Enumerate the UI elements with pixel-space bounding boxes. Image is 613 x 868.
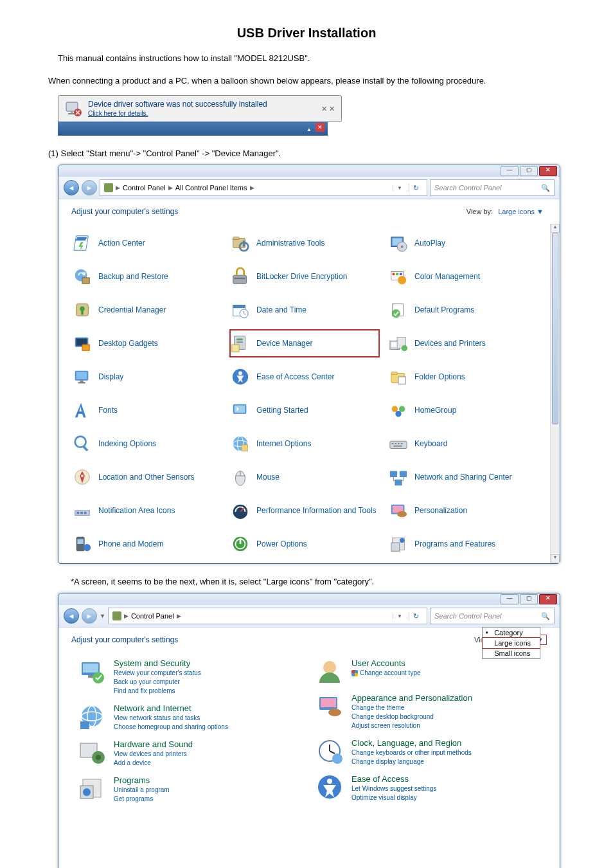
close-button[interactable]: ✕ xyxy=(539,166,557,176)
scrollbar[interactable]: ▲ ▼ xyxy=(550,224,560,563)
forward-button[interactable]: ► xyxy=(82,180,97,195)
cp-item-date-and-time[interactable]: Date and Time xyxy=(229,296,380,324)
cp-item-fonts[interactable]: Fonts xyxy=(71,396,222,424)
cp-item-getting-started[interactable]: Getting Started xyxy=(229,396,380,424)
cp-icon xyxy=(73,534,92,554)
breadcrumb-1[interactable]: Control Panel xyxy=(131,612,174,620)
cp-item-credential-manager[interactable]: Credential Manager xyxy=(71,296,222,324)
balloon-subtitle[interactable]: Click here for details. xyxy=(88,110,148,117)
category-link[interactable]: Adjust screen resolution xyxy=(351,721,472,730)
category-link[interactable]: Change the theme xyxy=(351,703,472,712)
category-link[interactable]: View network status and tasks xyxy=(114,714,228,723)
cp-item-devices-and-printers[interactable]: Devices and Printers xyxy=(387,329,538,357)
forward-button[interactable]: ► xyxy=(82,608,97,624)
search-input[interactable]: Search Control Panel 🔍 xyxy=(430,179,555,196)
cp-item-label: Folder Options xyxy=(414,372,465,381)
category-link[interactable]: Let Windows suggest settings xyxy=(351,784,436,793)
category-link[interactable]: Choose homegroup and sharing options xyxy=(114,723,228,732)
cp-icon xyxy=(231,434,250,453)
menu-large-icons[interactable]: Large icons xyxy=(483,638,540,648)
category-title[interactable]: Hardware and Sound xyxy=(114,739,193,749)
view-by-dropdown[interactable]: Large icons ▼ xyxy=(495,206,547,217)
cp-item-administrative-tools[interactable]: Administrative Tools xyxy=(229,229,380,257)
breadcrumb[interactable]: ▶ Control Panel ▶ ▼ ↻ xyxy=(108,608,427,624)
category-title[interactable]: Ease of Access xyxy=(351,774,409,784)
category-title[interactable]: Programs xyxy=(114,775,150,785)
cp-item-network-and-sharing-center[interactable]: Network and Sharing Center xyxy=(387,463,538,491)
taskbar-error-icon[interactable]: ✕ xyxy=(315,123,324,132)
breadcrumb-dropdown-icon[interactable]: ▼ xyxy=(393,185,406,191)
scroll-down-icon[interactable]: ▼ xyxy=(551,554,560,563)
cp-item-backup-and-restore[interactable]: Backup and Restore xyxy=(71,262,222,291)
taskbar-tray-icon[interactable]: ▲ xyxy=(306,127,312,132)
minimize-button[interactable]: — xyxy=(501,166,519,176)
cp-icon xyxy=(389,534,408,554)
close-button[interactable]: ✕ xyxy=(539,594,557,604)
category-user-accounts: User AccountsChange account type xyxy=(315,657,540,685)
category-link[interactable]: View devices and printers xyxy=(114,750,193,759)
back-button[interactable]: ◄ xyxy=(64,608,79,624)
cp-item-notification-area-icons[interactable]: Notification Area Icons xyxy=(71,496,222,525)
category-link[interactable]: Review your computer's status xyxy=(114,669,201,678)
view-by-menu[interactable]: Category Large icons Small icons xyxy=(482,627,540,659)
cp-item-default-programs[interactable]: Default Programs xyxy=(387,296,538,324)
category-link[interactable]: Add a device xyxy=(114,759,193,768)
cp-item-performance-information-and-tools[interactable]: Performance Information and Tools xyxy=(229,496,380,525)
category-link[interactable]: Optimize visual display xyxy=(351,793,436,802)
svg-rect-7 xyxy=(243,240,245,246)
cp-item-indexing-options[interactable]: Indexing Options xyxy=(71,429,222,458)
cp-item-device-manager[interactable]: Device Manager xyxy=(229,329,380,357)
cp-item-keyboard[interactable]: Keyboard xyxy=(387,429,538,458)
cp-item-homegroup[interactable]: HomeGroup xyxy=(387,396,538,424)
category-link[interactable]: Find and fix problems xyxy=(114,687,201,696)
category-title[interactable]: Clock, Language, and Region xyxy=(351,738,461,748)
maximize-button[interactable]: ▢ xyxy=(520,166,538,176)
maximize-button[interactable]: ▢ xyxy=(520,594,538,604)
cp-item-phone-and-modem[interactable]: Phone and Modem xyxy=(71,530,222,558)
category-title[interactable]: Appearance and Personalization xyxy=(351,693,472,703)
category-link[interactable]: Change desktop background xyxy=(351,712,472,721)
category-title[interactable]: Network and Internet xyxy=(114,703,191,713)
cp-item-folder-options[interactable]: Folder Options xyxy=(387,363,538,391)
cp-item-programs-and-features[interactable]: Programs and Features xyxy=(387,530,538,558)
cp-item-location-and-other-sensors[interactable]: Location and Other Sensors xyxy=(71,463,222,491)
category-link[interactable]: Uninstall a program xyxy=(114,786,170,795)
cp-item-autoplay[interactable]: AutoPlay xyxy=(387,229,538,257)
search-input[interactable]: Search Control Panel 🔍 xyxy=(430,608,555,624)
breadcrumb-2[interactable]: All Control Panel Items xyxy=(175,184,247,192)
back-button[interactable]: ◄ xyxy=(64,180,79,195)
breadcrumb-dropdown-icon[interactable]: ▼ xyxy=(393,613,406,619)
category-link[interactable]: Change display language xyxy=(351,757,472,766)
menu-small-icons[interactable]: Small icons xyxy=(483,648,540,658)
category-link[interactable]: Back up your computer xyxy=(114,678,201,687)
cp-item-internet-options[interactable]: Internet Options xyxy=(229,429,380,458)
cp-item-display[interactable]: Display xyxy=(71,363,222,391)
category-title[interactable]: User Accounts xyxy=(351,658,405,668)
cp-item-desktop-gadgets[interactable]: Desktop Gadgets xyxy=(71,329,222,357)
svg-rect-50 xyxy=(235,406,245,413)
refresh-icon[interactable]: ↻ xyxy=(409,184,423,192)
refresh-icon[interactable]: ↻ xyxy=(409,612,423,620)
breadcrumb[interactable]: ▶ Control Panel ▶ All Control Panel Item… xyxy=(100,179,427,196)
category-link[interactable]: Change account type xyxy=(351,669,421,678)
svg-rect-77 xyxy=(84,512,87,514)
cp-item-mouse[interactable]: Mouse xyxy=(229,463,380,491)
category-title[interactable]: System and Security xyxy=(114,658,190,668)
cp-item-personalization[interactable]: Personalization xyxy=(387,496,538,525)
minimize-button[interactable]: — xyxy=(501,594,519,604)
category-link[interactable]: Get programs xyxy=(114,795,170,804)
breadcrumb-1[interactable]: Control Panel xyxy=(123,184,166,192)
cp-icon xyxy=(231,501,250,520)
cp-item-ease-of-access-center[interactable]: Ease of Access Center xyxy=(229,363,380,391)
menu-category[interactable]: Category xyxy=(483,628,540,638)
category-link[interactable]: Change keyboards or other input methods xyxy=(351,748,472,757)
cp-item-action-center[interactable]: Action Center xyxy=(71,229,222,257)
balloon-close-icon[interactable]: ✕ ✕ xyxy=(321,105,335,113)
scroll-thumb[interactable] xyxy=(552,233,558,424)
scroll-up-icon[interactable]: ▲ xyxy=(551,224,560,233)
cp-item-color-management[interactable]: Color Management xyxy=(387,262,538,291)
search-icon[interactable]: 🔍 xyxy=(541,612,550,620)
cp-item-bitlocker-drive-encryption[interactable]: BitLocker Drive Encryption xyxy=(229,262,380,291)
search-icon[interactable]: 🔍 xyxy=(541,184,550,192)
cp-item-power-options[interactable]: Power Options xyxy=(229,530,380,558)
